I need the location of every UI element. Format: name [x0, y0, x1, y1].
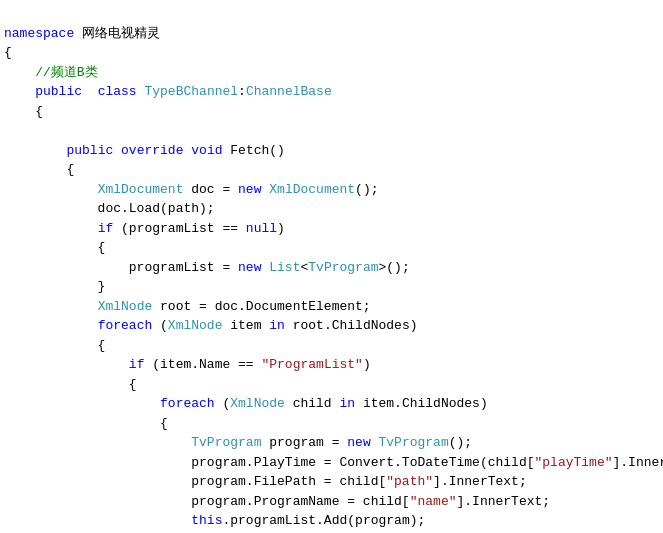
- token: [4, 318, 98, 333]
- token: override: [121, 143, 183, 158]
- line-content: foreach (XmlNode child in item.ChildNode…: [2, 394, 663, 414]
- token: [4, 84, 35, 99]
- line-content: program.FilePath = child["path"].InnerTe…: [2, 472, 663, 492]
- line-content: {: [2, 238, 663, 258]
- token: XmlDocument: [98, 182, 184, 197]
- token: {: [4, 240, 105, 255]
- code-line: XmlNode root = doc.DocumentElement;: [0, 297, 663, 317]
- token: item.ChildNodes): [355, 396, 488, 411]
- token: new: [238, 260, 261, 275]
- token: "ProgramList": [261, 357, 362, 372]
- token: namespace: [4, 26, 74, 41]
- token: in: [269, 318, 285, 333]
- code-line: if (item.Name == "ProgramList"): [0, 355, 663, 375]
- line-content: {: [2, 160, 663, 180]
- code-line: TvProgram program = new TvProgram();: [0, 433, 663, 453]
- token: "path": [386, 474, 433, 489]
- token: {: [4, 377, 137, 392]
- line-content: XmlDocument doc = new XmlDocument();: [2, 180, 663, 200]
- code-line: foreach (XmlNode item in root.ChildNodes…: [0, 316, 663, 336]
- token: (: [152, 318, 168, 333]
- token: this: [191, 513, 222, 528]
- token: public: [66, 143, 113, 158]
- token: null: [246, 221, 277, 236]
- token: item: [222, 318, 269, 333]
- token: "playTime": [535, 455, 613, 470]
- token: [4, 182, 98, 197]
- token: "name": [410, 494, 457, 509]
- token: programList =: [4, 260, 238, 275]
- token: {: [4, 338, 105, 353]
- token: [113, 143, 121, 158]
- token: child: [285, 396, 340, 411]
- token: program.PlayTime = Convert.ToDateTime(ch…: [4, 455, 535, 470]
- code-line: {: [0, 336, 663, 356]
- code-line: {: [0, 238, 663, 258]
- line-content: if (programList == null): [2, 219, 663, 239]
- token: if: [129, 357, 145, 372]
- line-content: {: [2, 102, 663, 122]
- token: ();: [355, 182, 378, 197]
- token: program.FilePath = child[: [4, 474, 386, 489]
- line-content: doc.Load(path);: [2, 199, 663, 219]
- token: program.ProgramName = child[: [4, 494, 410, 509]
- token: {: [4, 162, 74, 177]
- line-content: public override void Fetch(): [2, 141, 663, 161]
- token: XmlDocument: [269, 182, 355, 197]
- line-content: program.PlayTime = Convert.ToDateTime(ch…: [2, 453, 663, 473]
- token: Fetch(): [223, 143, 285, 158]
- code-line: program.FilePath = child["path"].InnerTe…: [0, 472, 663, 492]
- line-content: namespace 网络电视精灵: [2, 24, 663, 44]
- token: ].InnerText;: [456, 494, 550, 509]
- token: new: [238, 182, 261, 197]
- token: (: [215, 396, 231, 411]
- line-content: programList = new List<TvProgram>();: [2, 258, 663, 278]
- token: [4, 299, 98, 314]
- code-line: {: [0, 102, 663, 122]
- token: program =: [261, 435, 347, 450]
- token: if: [98, 221, 114, 236]
- token: [4, 65, 35, 80]
- line-content: {: [2, 375, 663, 395]
- token: class: [98, 84, 137, 99]
- code-line: //频道B类: [0, 63, 663, 83]
- line-content: [2, 121, 663, 141]
- code-line: this.programList.Add(program);: [0, 511, 663, 531]
- code-line: public class TypeBChannel:ChannelBase: [0, 82, 663, 102]
- token: [82, 84, 98, 99]
- code-line: {: [0, 414, 663, 434]
- token: [371, 435, 379, 450]
- token: [4, 435, 191, 450]
- token: .programList.Add(program);: [222, 513, 425, 528]
- code-editor: namespace 网络电视精灵{ //频道B类 public class Ty…: [0, 0, 663, 533]
- line-content: }: [2, 277, 663, 297]
- token: ): [363, 357, 371, 372]
- token: XmlNode: [230, 396, 285, 411]
- line-content: {: [2, 414, 663, 434]
- line-content: program.ProgramName = child["name"].Inne…: [2, 492, 663, 512]
- token: in: [339, 396, 355, 411]
- token: {: [4, 45, 12, 60]
- code-line: programList = new List<TvProgram>();: [0, 258, 663, 278]
- token: ].InnerText;: [433, 474, 527, 489]
- code-line: program.PlayTime = Convert.ToDateTime(ch…: [0, 453, 663, 473]
- code-line: {: [0, 43, 663, 63]
- code-line: if (programList == null): [0, 219, 663, 239]
- token: foreach: [98, 318, 153, 333]
- token: (programList ==: [113, 221, 246, 236]
- token: :: [238, 84, 246, 99]
- code-line: doc.Load(path);: [0, 199, 663, 219]
- token: //频道B类: [35, 65, 97, 80]
- token: TvProgram: [191, 435, 261, 450]
- line-content: public class TypeBChannel:ChannelBase: [2, 82, 663, 102]
- token: ].InnerText);: [613, 455, 663, 470]
- token: >();: [379, 260, 410, 275]
- code-line: {: [0, 160, 663, 180]
- token: public: [35, 84, 82, 99]
- code-line: namespace 网络电视精灵: [0, 24, 663, 44]
- token: List: [269, 260, 300, 275]
- token: foreach: [160, 396, 215, 411]
- token: doc.Load(path);: [4, 201, 215, 216]
- code-line: {: [0, 375, 663, 395]
- line-content: {: [2, 43, 663, 63]
